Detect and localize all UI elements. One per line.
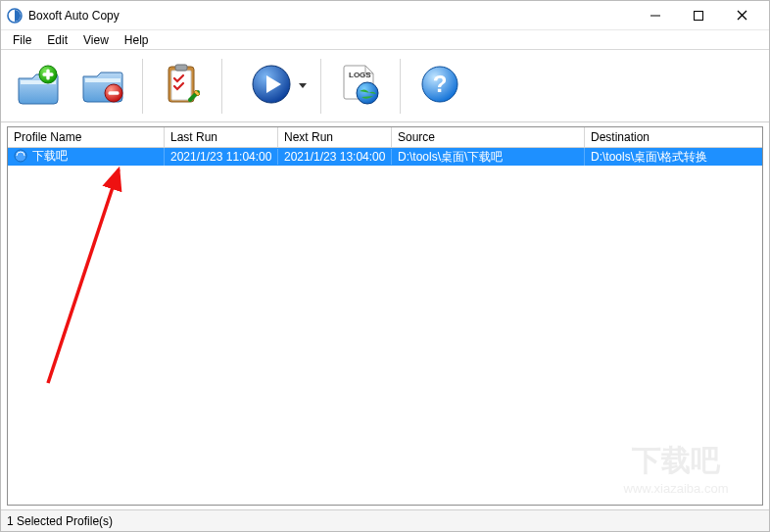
table-row[interactable]: 下载吧 2021/1/23 11:04:00 2021/1/23 13:04:0… <box>8 148 762 166</box>
svg-rect-8 <box>43 73 54 75</box>
chevron-down-icon[interactable] <box>299 79 307 93</box>
close-button[interactable] <box>720 2 763 29</box>
profile-list[interactable]: Profile Name Last Run Next Run Source De… <box>7 126 763 506</box>
menu-help[interactable]: Help <box>117 31 157 49</box>
maximize-button[interactable] <box>677 2 720 29</box>
svg-rect-11 <box>109 91 120 94</box>
column-header-row: Profile Name Last Run Next Run Source De… <box>8 127 762 148</box>
svg-rect-9 <box>85 78 120 82</box>
svg-text:LOGS: LOGS <box>349 71 371 79</box>
window-controls <box>634 2 763 29</box>
svg-text:?: ? <box>433 71 448 97</box>
toolbar-separator <box>142 59 143 114</box>
profile-row-icon <box>14 152 30 166</box>
window-title: Boxoft Auto Copy <box>28 9 634 23</box>
column-header-last-run[interactable]: Last Run <box>165 127 278 147</box>
status-bar: 1 Selected Profile(s) <box>1 509 769 531</box>
delete-profile-button[interactable] <box>73 57 132 116</box>
cell-next-run: 2021/1/23 13:04:00 <box>278 149 392 165</box>
edit-profile-button[interactable] <box>153 57 212 116</box>
logs-world-icon: LOGS <box>338 62 383 110</box>
column-header-source[interactable]: Source <box>392 127 585 147</box>
svg-rect-2 <box>695 11 703 20</box>
help-question-icon: ? <box>419 64 460 108</box>
title-bar: Boxoft Auto Copy <box>1 1 769 30</box>
list-rows: 下载吧 2021/1/23 11:04:00 2021/1/23 13:04:0… <box>8 148 762 505</box>
column-header-profile-name[interactable]: Profile Name <box>8 127 165 147</box>
new-profile-button[interactable] <box>9 57 68 116</box>
menu-edit[interactable]: Edit <box>39 31 75 49</box>
app-window: Boxoft Auto Copy File Edit View Help <box>0 0 770 532</box>
run-button[interactable] <box>232 57 311 116</box>
cell-destination: D:\tools\桌面\格式转换 <box>585 148 762 167</box>
folder-remove-icon <box>79 63 126 109</box>
menu-bar: File Edit View Help <box>1 30 769 50</box>
folder-add-icon <box>15 63 62 109</box>
minimize-button[interactable] <box>634 2 677 29</box>
toolbar-separator <box>320 59 321 114</box>
menu-view[interactable]: View <box>75 31 117 49</box>
toolbar: LOGS <box>1 50 769 122</box>
column-header-next-run[interactable]: Next Run <box>278 127 392 147</box>
app-icon <box>7 8 23 24</box>
help-button[interactable]: ? <box>410 57 469 116</box>
status-text: 1 Selected Profile(s) <box>7 514 113 528</box>
cell-profile-name: 下载吧 <box>32 149 68 163</box>
cell-last-run: 2021/1/23 11:04:00 <box>165 149 278 165</box>
column-header-destination[interactable]: Destination <box>585 127 762 147</box>
logs-button[interactable]: LOGS <box>331 57 390 116</box>
run-play-icon <box>250 63 293 109</box>
clipboard-check-icon <box>161 61 204 111</box>
cell-source: D:\tools\桌面\下载吧 <box>392 148 585 167</box>
toolbar-separator <box>400 59 401 114</box>
toolbar-separator <box>221 59 222 114</box>
menu-file[interactable]: File <box>5 31 39 49</box>
svg-rect-14 <box>175 65 187 71</box>
